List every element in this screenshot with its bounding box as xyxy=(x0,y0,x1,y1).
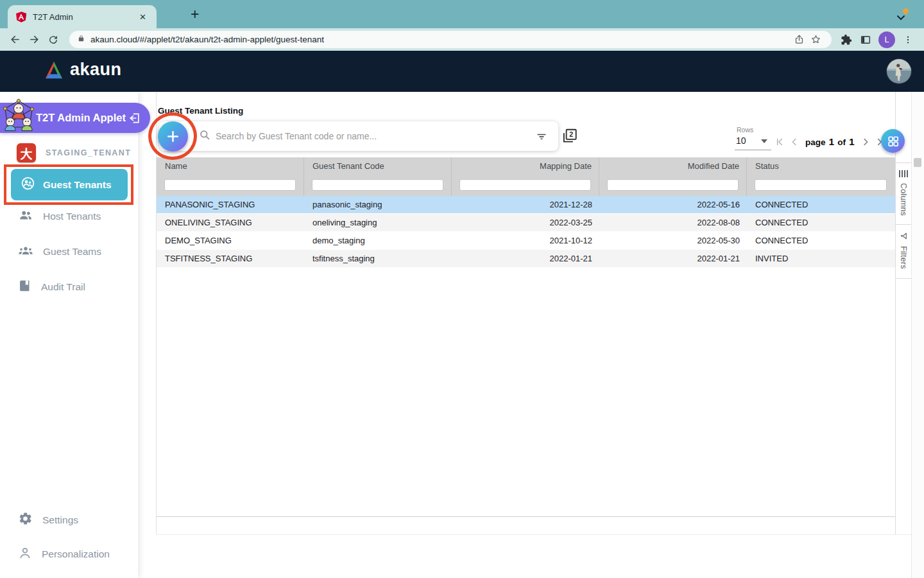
cell-mapping_date: 2021-10-12 xyxy=(452,236,599,245)
tab-filters[interactable]: Filters xyxy=(896,225,911,278)
forward-icon[interactable] xyxy=(24,31,44,49)
filter-list-icon[interactable] xyxy=(535,130,548,143)
guest-teams-icon xyxy=(18,243,33,260)
column-filter-input-name[interactable] xyxy=(164,179,296,191)
cell-status: CONNECTED xyxy=(747,236,894,245)
cell-modified_date: 2022-05-16 xyxy=(599,200,747,209)
rows-select-underline xyxy=(735,150,771,150)
cell-guest_tenant_code: panasonic_staging xyxy=(304,200,452,209)
cell-mapping_date: 2021-12-28 xyxy=(452,200,599,209)
next-page-icon[interactable] xyxy=(860,136,871,148)
sidebar-item-label: Audit Trail xyxy=(41,281,85,293)
page-title: Guest Tenant Listing xyxy=(158,106,243,116)
browser-menu-icon[interactable] xyxy=(898,31,918,49)
column-filter-input-guest_tenant_code[interactable] xyxy=(312,179,443,191)
extensions-puzzle-icon[interactable] xyxy=(837,31,856,49)
host-tenants-icon xyxy=(18,208,33,225)
tab-search-chevron-icon[interactable] xyxy=(896,12,905,24)
add-guest-tenant-button[interactable] xyxy=(158,121,188,152)
tab-close-icon[interactable]: ✕ xyxy=(137,11,149,23)
person-icon xyxy=(18,546,32,563)
table-row[interactable]: PANASONIC_STAGINGpanasonic_staging2021-1… xyxy=(157,196,895,214)
cell-status: INVITED xyxy=(747,254,894,263)
sidebar-item-audit-trail[interactable]: Audit Trail xyxy=(18,279,85,295)
pagination-current-page: 1 xyxy=(829,136,835,148)
browser-tab[interactable]: T2T Admin ✕ xyxy=(8,5,157,28)
sidebar-item-settings[interactable]: Settings xyxy=(18,511,78,529)
tab-columns[interactable]: Columns xyxy=(896,163,911,225)
search-input[interactable] xyxy=(216,131,535,141)
back-icon[interactable] xyxy=(5,31,24,49)
user-avatar-photo[interactable] xyxy=(886,58,912,84)
pagination-word-page: page xyxy=(805,137,826,147)
cell-mapping_date: 2022-03-25 xyxy=(452,218,599,227)
new-tab-icon[interactable]: + xyxy=(191,6,199,22)
table-row[interactable]: TSFITNESS_STAGINGtsfitness_staging2022-0… xyxy=(157,250,895,268)
side-panel-icon[interactable] xyxy=(856,31,875,49)
cell-status: CONNECTED xyxy=(747,218,894,227)
tenant-selector[interactable]: 大 STAGING_TENANT xyxy=(17,143,131,162)
column-filter-cell xyxy=(304,174,452,196)
sidebar-item-guest-teams[interactable]: Guest Teams xyxy=(18,243,101,260)
browser-profile-avatar[interactable]: L xyxy=(878,31,895,48)
chevron-down-icon[interactable] xyxy=(761,139,767,143)
search-icon xyxy=(199,129,210,143)
first-page-icon[interactable] xyxy=(774,136,785,148)
tab-title: T2T Admin xyxy=(33,12,137,22)
exit-applet-icon[interactable] xyxy=(128,112,142,125)
cell-modified_date: 2022-08-08 xyxy=(599,218,747,227)
cell-name: TSFITNESS_STAGING xyxy=(157,254,304,263)
pagination-total-pages: 1 xyxy=(849,136,855,148)
plus-icon xyxy=(165,128,181,144)
cell-name: DEMO_STAGING xyxy=(157,236,304,245)
cell-name: PANASONIC_STAGING xyxy=(157,200,304,209)
column-header-name[interactable]: Name xyxy=(157,157,304,174)
column-header-mapping_date[interactable]: Mapping Date xyxy=(452,157,599,174)
tab-label: Filters xyxy=(899,246,908,269)
cell-mapping_date: 2022-01-21 xyxy=(452,254,599,263)
reload-icon[interactable] xyxy=(44,31,63,49)
sidebar-item-label: Guest Tenants xyxy=(43,179,112,191)
cell-status: CONNECTED xyxy=(747,200,894,209)
browser-toolbar: akaun.cloud/#/applet/t2t/akaun/t2t-admin… xyxy=(0,28,924,51)
cell-guest_tenant_code: oneliving_staging xyxy=(304,218,452,227)
sidebar-item-host-tenants[interactable]: Host Tenants xyxy=(18,208,101,225)
cell-name: ONELIVING_STAGING xyxy=(157,218,304,227)
column-header-status[interactable]: Status xyxy=(747,157,894,174)
table-row[interactable]: ONELIVING_STAGINGoneliving_staging2022-0… xyxy=(157,214,895,232)
sidebar: T2T Admin Applet xyxy=(0,92,138,578)
sidebar-item-label: Settings xyxy=(42,514,78,526)
people-network-icon xyxy=(1,98,37,135)
guest-tenant-table: NameGuest Tenant CodeMapping DateModifie… xyxy=(157,157,895,268)
search-bar xyxy=(159,121,558,151)
previous-page-icon[interactable] xyxy=(789,136,800,148)
app-header: akaun xyxy=(0,51,924,92)
content-right-border xyxy=(895,92,896,534)
column-filter-cell xyxy=(452,174,599,196)
bookmark-star-icon[interactable] xyxy=(807,32,824,48)
guest-tenants-icon xyxy=(21,176,35,193)
sidebar-item-guest-tenants[interactable]: Guest Tenants xyxy=(11,169,128,200)
address-bar[interactable]: akaun.cloud/#/applet/t2t/akaun/t2t-admin… xyxy=(69,31,832,48)
page-scrollbar-thumb[interactable] xyxy=(914,158,921,167)
applet-title: T2T Admin Applet xyxy=(36,112,126,124)
url-text: akaun.cloud/#/applet/t2t/akaun/t2t-admin… xyxy=(90,35,791,44)
tenant-name: STAGING_TENANT xyxy=(46,148,131,157)
grid-view-button[interactable] xyxy=(881,129,905,153)
grid-icon xyxy=(886,134,900,148)
browser-tab-strip: T2T Admin ✕ + xyxy=(0,0,924,28)
rows-per-page-select[interactable]: 10 xyxy=(736,136,746,146)
column-header-modified_date[interactable]: Modified Date xyxy=(599,157,747,174)
column-filter-cell xyxy=(747,174,894,196)
sidebar-item-personalization[interactable]: Personalization xyxy=(18,546,110,563)
column-header-guest_tenant_code[interactable]: Guest Tenant Code xyxy=(304,157,452,174)
column-filter-input-modified_date[interactable] xyxy=(607,179,739,191)
table-row[interactable]: DEMO_STAGINGdemo_staging2021-10-122022-0… xyxy=(157,232,895,250)
share-icon[interactable] xyxy=(791,32,807,48)
akaun-logo[interactable]: akaun xyxy=(44,60,122,80)
filter-2-layers-icon[interactable]: 2 xyxy=(561,127,579,148)
column-filter-input-mapping_date[interactable] xyxy=(459,179,591,191)
column-filter-input-status[interactable] xyxy=(755,179,887,191)
gear-icon xyxy=(18,511,33,529)
sidebar-item-label: Guest Teams xyxy=(43,246,101,258)
